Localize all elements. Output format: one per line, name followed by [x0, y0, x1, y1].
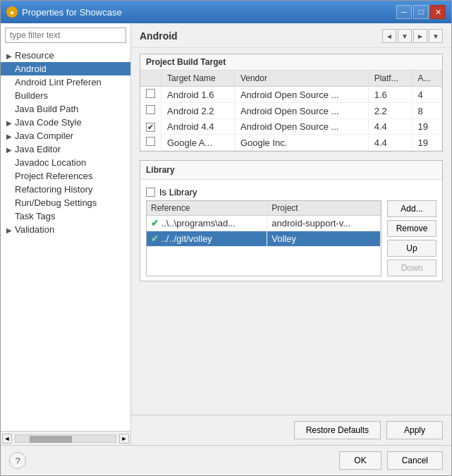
sidebar-scrollbar[interactable]: ◄ ► [1, 431, 130, 445]
dialog-title: Properties for Showcase [22, 7, 122, 18]
help-button[interactable]: ? [9, 452, 26, 469]
minimize-button[interactable]: ─ [396, 5, 412, 19]
title-bar-left: ● Properties for Showcase [6, 6, 122, 18]
row-platform: 1.6 [368, 87, 412, 103]
col-platform: Platf... [368, 71, 412, 87]
sidebar: ▶ResourceAndroidAndroid Lint PreferenBui… [1, 23, 131, 445]
lib-row-project: Volley [267, 231, 381, 247]
row-checkbox-cell[interactable] [140, 135, 161, 151]
table-row[interactable]: Android 2.2 Android Open Source ... 2.2 … [140, 103, 442, 119]
sidebar-item-android[interactable]: Android [1, 62, 130, 75]
nav-back-dropdown-button[interactable]: ▼ [398, 29, 412, 43]
lib-row-reference: ✔ ../../git/volley [147, 231, 267, 247]
sidebar-item-resource[interactable]: ▶Resource [1, 49, 130, 62]
row-checkbox[interactable] [146, 105, 155, 114]
library-table-wrap: Reference Project ✔ ..\..\programs\ad...… [146, 200, 381, 276]
row-api: 19 [412, 119, 441, 135]
lib-header-row: Reference Project [147, 201, 381, 216]
maximize-button[interactable]: □ [413, 5, 429, 19]
scroll-track[interactable] [15, 434, 116, 443]
filter-input[interactable] [5, 28, 126, 43]
tree: ▶ResourceAndroidAndroid Lint PreferenBui… [1, 47, 130, 431]
properties-dialog: ● Properties for Showcase ─ □ ✕ ▶Resourc… [0, 0, 452, 476]
row-target-name: Google A... [161, 135, 235, 151]
row-api: 4 [412, 87, 441, 103]
col-checkbox [140, 71, 161, 87]
row-checkbox-cell[interactable] [140, 103, 161, 119]
table-row[interactable]: Android 1.6 Android Open Source ... 1.6 … [140, 87, 442, 103]
is-library-checkbox[interactable] [146, 188, 155, 197]
scroll-right-icon[interactable]: ► [119, 434, 129, 444]
sidebar-item-refactoring-history[interactable]: Refactoring History [1, 183, 130, 196]
nav-buttons: ◄ ▼ ► ▼ [382, 29, 443, 43]
dialog-content: ▶ResourceAndroidAndroid Lint PreferenBui… [1, 23, 451, 445]
lib-row-reference: ✔ ..\..\programs\ad... [147, 216, 267, 231]
main-header: Android ◄ ▼ ► ▼ [131, 23, 451, 48]
sidebar-item-builders[interactable]: Builders [1, 89, 130, 102]
table-row[interactable]: ✔ Android 4.4 Android Open Source ... 4.… [140, 119, 442, 135]
lib-col-project: Project [267, 201, 381, 216]
sidebar-item-java-code-style[interactable]: ▶Java Code Style [1, 116, 130, 129]
main-panel: Android ◄ ▼ ► ▼ Project Build Target [131, 23, 451, 445]
library-buttons: Add...RemoveUpDown [387, 200, 436, 276]
row-vendor: Android Open Source ... [234, 87, 368, 103]
lib-btn-add[interactable]: Add... [387, 200, 436, 217]
nav-back-button[interactable]: ◄ [382, 29, 396, 43]
expand-arrow-icon: ▶ [6, 119, 12, 127]
library-table: Reference Project ✔ ..\..\programs\ad...… [147, 201, 381, 247]
col-vendor: Vendor [234, 71, 368, 87]
sidebar-item-android-lint[interactable]: Android Lint Preferen [1, 75, 130, 89]
lib-btn-remove[interactable]: Remove [387, 220, 436, 237]
row-checkbox-cell[interactable] [140, 87, 161, 103]
col-target-name: Target Name [161, 71, 235, 87]
row-checkbox[interactable] [146, 89, 155, 98]
row-checkbox[interactable]: ✔ [146, 123, 155, 132]
sidebar-item-java-build-path[interactable]: Java Build Path [1, 102, 130, 116]
sidebar-item-task-tags[interactable]: Task Tags [1, 209, 130, 223]
dialog-footer: ? OK Cancel [1, 445, 451, 475]
library-title: Library [140, 161, 442, 180]
table-row[interactable]: Google A... Google Inc. 4.4 19 [140, 135, 442, 151]
restore-defaults-button[interactable]: Restore Defaults [294, 421, 381, 439]
row-api: 19 [412, 135, 441, 151]
row-target-name: Android 4.4 [161, 119, 235, 135]
ok-button[interactable]: OK [339, 451, 381, 470]
library-content: Is Library Reference Project [140, 180, 442, 281]
apply-button[interactable]: Apply [386, 421, 443, 439]
sidebar-item-java-compiler[interactable]: ▶Java Compiler [1, 129, 130, 142]
panel-title: Android [140, 30, 178, 42]
scroll-left-icon[interactable]: ◄ [2, 434, 12, 444]
row-platform: 2.2 [368, 103, 412, 119]
lib-table-row[interactable]: ✔ ..\..\programs\ad... android-support-v… [147, 216, 381, 231]
lib-btn-down[interactable]: Down [387, 260, 436, 276]
lib-check-icon: ✔ [151, 233, 159, 244]
lib-btn-up[interactable]: Up [387, 240, 436, 257]
scroll-thumb [30, 436, 72, 443]
library-section: Library Is Library Referenc [140, 160, 443, 281]
row-vendor: Android Open Source ... [234, 119, 368, 135]
sidebar-item-validation[interactable]: ▶Validation [1, 223, 130, 236]
row-checkbox[interactable] [146, 137, 155, 146]
row-platform: 4.4 [368, 119, 412, 135]
title-buttons: ─ □ ✕ [396, 5, 446, 19]
row-target-name: Android 2.2 [161, 103, 235, 119]
row-checkbox-cell[interactable]: ✔ [140, 119, 161, 135]
lib-check-icon: ✔ [151, 218, 159, 228]
sidebar-item-javadoc-location[interactable]: Javadoc Location [1, 156, 130, 169]
build-target-table: Target Name Vendor Platf... A... Android… [140, 71, 442, 151]
sidebar-item-java-editor[interactable]: ▶Java Editor [1, 142, 130, 156]
lib-table-row[interactable]: ✔ ../../git/volley Volley [147, 231, 381, 247]
nav-forward-dropdown-button[interactable]: ▼ [429, 29, 443, 43]
expand-arrow-icon: ▶ [6, 226, 12, 234]
close-button[interactable]: ✕ [430, 5, 446, 19]
row-vendor: Google Inc. [234, 135, 368, 151]
sidebar-item-project-references[interactable]: Project References [1, 169, 130, 183]
footer-left: ? [9, 452, 26, 469]
sidebar-item-run-debug-settings[interactable]: Run/Debug Settings [1, 196, 130, 209]
nav-forward-button[interactable]: ► [413, 29, 427, 43]
row-target-name: Android 1.6 [161, 87, 235, 103]
row-api: 8 [412, 103, 441, 119]
cancel-button[interactable]: Cancel [387, 451, 443, 470]
footer-right: OK Cancel [339, 451, 443, 470]
bottom-bar: Restore Defaults Apply [131, 415, 451, 445]
